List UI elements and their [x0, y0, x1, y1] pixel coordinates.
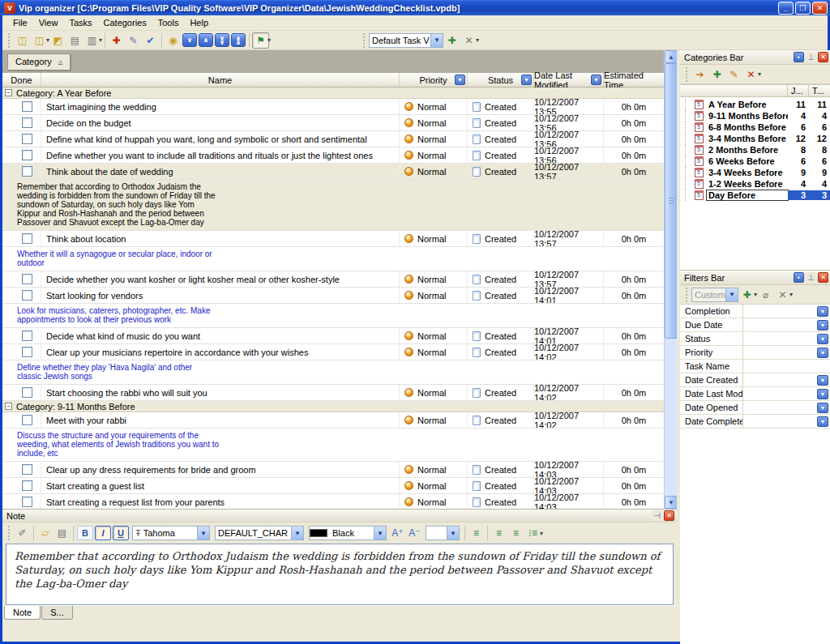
- insert-file-icon[interactable]: ▱: [36, 525, 53, 541]
- done-checkbox[interactable]: [22, 347, 32, 357]
- done-checkbox[interactable]: [22, 464, 32, 475]
- table-row[interactable]: Decide whether you want kosher or light …: [2, 271, 664, 288]
- clear-filter-icon[interactable]: ⌀: [757, 287, 774, 303]
- filter-dropdown-icon[interactable]: ▼: [817, 403, 828, 413]
- sidebar-category-item[interactable]: 3-4 Weeks Before99: [680, 167, 830, 178]
- scrollbar-thumb[interactable]: [665, 63, 678, 339]
- filter-dropdown-icon[interactable]: ▼: [817, 375, 828, 386]
- categories-close-icon[interactable]: ✕: [818, 52, 828, 62]
- note-tab-note[interactable]: Note: [4, 606, 41, 620]
- sidebar-category-item[interactable]: 3-4 Months Before1212: [680, 133, 830, 144]
- font-size-combo[interactable]: ▼: [426, 526, 460, 540]
- table-row[interactable]: Define whether you want to include all t…: [2, 147, 664, 164]
- font-size-arrow-icon[interactable]: ▼: [447, 527, 459, 540]
- print-preview-icon[interactable]: ▥: [83, 32, 101, 49]
- table-row[interactable]: Start choosing the rabbi who will suit y…: [2, 385, 664, 401]
- done-checkbox[interactable]: [22, 134, 32, 144]
- table-row[interactable]: Start imagining the weddingNormalCreated…: [2, 99, 664, 115]
- menu-item-tools[interactable]: Tools: [152, 16, 185, 29]
- new-subcategory-icon[interactable]: ✚: [708, 66, 725, 83]
- delete-filter-icon[interactable]: ✕: [774, 287, 791, 303]
- new-file-icon[interactable]: ◫: [14, 32, 31, 49]
- column-header-status[interactable]: Status▼: [468, 73, 534, 87]
- done-checkbox[interactable]: [22, 415, 32, 425]
- dropdown-caret-icon[interactable]: ▾: [476, 36, 479, 44]
- menu-item-file[interactable]: File: [7, 16, 33, 29]
- italic-button[interactable]: I: [95, 526, 111, 540]
- filter-preset-combo[interactable]: Custom▼: [691, 288, 738, 302]
- column-header-name[interactable]: Name: [41, 73, 400, 87]
- table-vertical-scrollbar[interactable]: ▲ ▼: [664, 50, 677, 509]
- done-checkbox[interactable]: [22, 290, 32, 301]
- column-header-done[interactable]: Done: [2, 73, 41, 87]
- font-color-combo[interactable]: Black▼: [309, 526, 387, 540]
- dropdown-caret-icon[interactable]: ▾: [267, 36, 271, 44]
- insert-hyperlink-icon[interactable]: ✐: [14, 525, 31, 541]
- category-group-row[interactable]: −Category: 9-11 Months Before: [2, 401, 664, 412]
- table-row[interactable]: Start creating a request list from your …: [2, 494, 664, 509]
- edit-task-icon[interactable]: ✎: [125, 32, 142, 49]
- scroll-up-arrow-icon[interactable]: ▲: [665, 50, 678, 63]
- filter-row[interactable]: Date Opened▼: [680, 401, 830, 415]
- done-checkbox[interactable]: [22, 274, 32, 284]
- open-file-icon[interactable]: ◫: [31, 32, 48, 49]
- table-row[interactable]: Start creating a guest listNormalCreated…: [2, 478, 664, 494]
- increase-font-icon[interactable]: A⁺: [389, 525, 406, 541]
- table-row[interactable]: Think about the date of weddingNormalCre…: [2, 164, 664, 180]
- align-right-icon[interactable]: ≡: [507, 525, 524, 541]
- show-notes-flag-icon[interactable]: ⚑: [252, 32, 269, 49]
- view-notes-icon[interactable]: ◉: [165, 32, 182, 49]
- delete-view-icon[interactable]: ✕: [460, 32, 477, 49]
- add-task-icon[interactable]: ✚: [108, 32, 125, 49]
- sidebar-category-item[interactable]: 9-11 Months Before44: [680, 110, 830, 122]
- filter-dropdown-icon[interactable]: ▼: [817, 348, 828, 358]
- dropdown-caret-icon[interactable]: ▾: [99, 36, 102, 44]
- filters-pin-icon[interactable]: ⊥: [806, 272, 816, 283]
- sidebar-category-item[interactable]: 6 Weeks Before66: [680, 156, 830, 167]
- move-down-icon[interactable]: ∨: [182, 33, 197, 47]
- group-by-category-box[interactable]: Category ▵: [7, 53, 71, 70]
- font-family-combo[interactable]: ŦTahoma▼: [132, 526, 210, 540]
- close-button[interactable]: ✕: [812, 2, 828, 15]
- column-filter-dropdown-icon[interactable]: ▼: [455, 75, 465, 85]
- filters-close-icon[interactable]: ✕: [818, 272, 828, 283]
- column-header-date-last-modified[interactable]: Date Last Modified▼: [534, 73, 604, 87]
- column-filter-dropdown-icon[interactable]: ▼: [521, 75, 532, 85]
- note-text-area[interactable]: Remember that according to Orthodox Juda…: [6, 544, 674, 605]
- save-file-icon[interactable]: ◩: [49, 32, 66, 49]
- table-row[interactable]: Meet with your rabbiNormalCreated10/12/2…: [2, 412, 664, 429]
- edit-category-icon[interactable]: ✎: [725, 66, 742, 83]
- sidebar-category-item[interactable]: A Year Before1111: [680, 99, 830, 110]
- table-row[interactable]: Think about locationNormalCreated10/12/2…: [2, 231, 664, 247]
- save-view-icon[interactable]: ✚: [443, 32, 460, 49]
- table-row[interactable]: Decide what kind of music do you wantNor…: [2, 328, 664, 344]
- filter-dropdown-icon[interactable]: ▼: [817, 416, 828, 427]
- move-up-icon[interactable]: ∧: [199, 33, 213, 47]
- charset-arrow-icon[interactable]: ▼: [291, 527, 303, 540]
- align-center-icon[interactable]: ≡: [490, 525, 507, 541]
- categories-col-j[interactable]: J...: [788, 85, 809, 96]
- bold-button[interactable]: B: [77, 526, 93, 540]
- done-checkbox[interactable]: [22, 480, 32, 491]
- menu-item-categories[interactable]: Categories: [98, 16, 152, 29]
- filter-row[interactable]: Date Completed▼: [680, 415, 830, 429]
- collapse-icon[interactable]: −: [5, 403, 12, 410]
- align-left-icon[interactable]: ≡: [468, 525, 485, 541]
- complete-task-icon[interactable]: ✔: [142, 32, 159, 49]
- task-view-combo-arrow-icon[interactable]: ▼: [430, 34, 443, 47]
- minimize-button[interactable]: _: [778, 2, 794, 15]
- task-view-combo[interactable]: Default Task V▼: [369, 33, 443, 48]
- done-checkbox[interactable]: [22, 117, 32, 128]
- font-color-arrow-icon[interactable]: ▼: [374, 527, 386, 540]
- category-group-row[interactable]: −Category: A Year Before: [2, 87, 664, 99]
- column-header-priority[interactable]: Priority▼: [400, 73, 468, 87]
- move-top-icon[interactable]: ∧∧: [231, 33, 246, 47]
- column-header-estimated-time[interactable]: Estimated Time: [604, 73, 664, 87]
- filter-row[interactable]: Status▼: [680, 332, 830, 346]
- menu-item-help[interactable]: Help: [184, 16, 214, 29]
- delete-category-icon[interactable]: ✕: [742, 66, 759, 83]
- menu-item-view[interactable]: View: [33, 16, 64, 29]
- decrease-font-icon[interactable]: A⁻: [406, 525, 423, 541]
- filter-row[interactable]: Priority▼: [680, 346, 830, 360]
- bullet-list-icon[interactable]: ⁝≡: [524, 525, 541, 541]
